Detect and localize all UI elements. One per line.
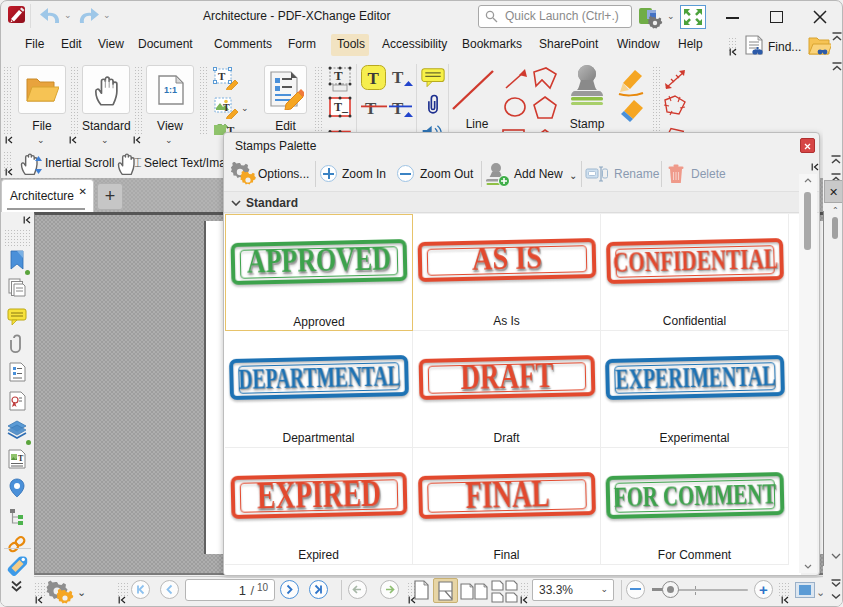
svg-text:T: T xyxy=(392,68,404,87)
svg-text:T: T xyxy=(218,70,226,82)
svg-text:T: T xyxy=(223,102,230,113)
svg-text:T_: T_ xyxy=(334,100,349,114)
svg-text:T: T xyxy=(18,454,24,463)
svg-text:T: T xyxy=(365,99,377,118)
svg-text:T: T xyxy=(334,68,343,83)
svg-text:T: T xyxy=(392,99,404,118)
svg-text:1:1: 1:1 xyxy=(164,85,177,95)
svg-text:T: T xyxy=(368,69,380,88)
